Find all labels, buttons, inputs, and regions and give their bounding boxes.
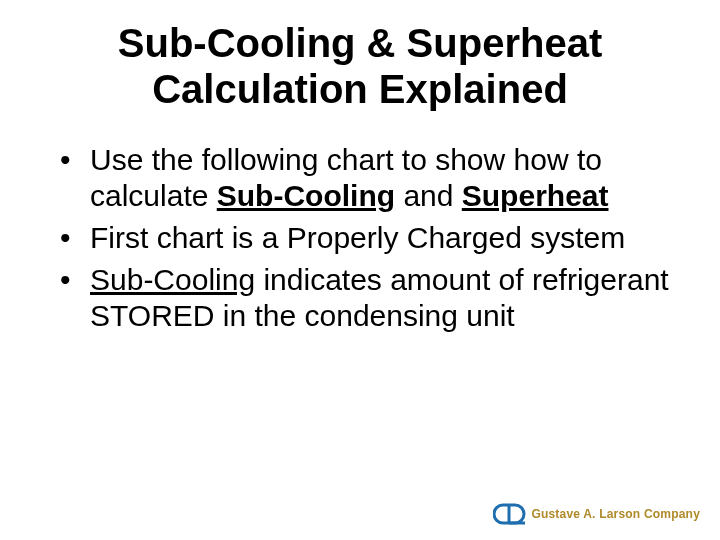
term-subcooling: Sub-Cooling	[90, 263, 255, 296]
bullet-item: Use the following chart to show how to c…	[60, 142, 680, 214]
footer-logo: Gustave A. Larson Company	[493, 502, 700, 526]
term-superheat: Superheat	[462, 179, 609, 212]
slide: Sub-Cooling & Superheat Calculation Expl…	[0, 0, 720, 540]
bullet-list: Use the following chart to show how to c…	[60, 142, 680, 334]
bullet-item: First chart is a Properly Charged system	[60, 220, 680, 256]
term-subcooling: Sub-Cooling	[217, 179, 395, 212]
bullet-item: Sub-Cooling indicates amount of refriger…	[60, 262, 680, 334]
page-title: Sub-Cooling & Superheat Calculation Expl…	[0, 0, 720, 122]
bullet-text: and	[395, 179, 462, 212]
body-content: Use the following chart to show how to c…	[0, 122, 720, 334]
company-logo-icon	[493, 502, 527, 526]
bullet-text: First chart is a Properly Charged system	[90, 221, 625, 254]
title-line-1: Sub-Cooling & Superheat	[118, 21, 602, 65]
company-name: Gustave A. Larson Company	[531, 507, 700, 521]
title-line-2: Calculation Explained	[152, 67, 568, 111]
